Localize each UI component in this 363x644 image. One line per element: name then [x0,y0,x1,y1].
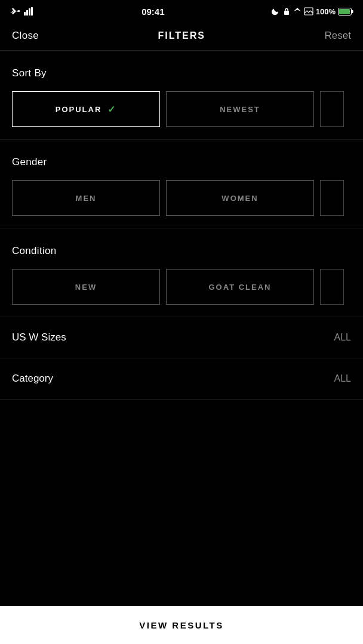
sort-popular-button[interactable]: POPULAR ✓ [12,91,160,127]
status-left [10,7,35,16]
sort-by-label: Sort By [12,67,351,79]
header-title: FILTERS [158,30,205,41]
condition-goat-clean-button[interactable]: GOAT CLEAN [166,269,314,305]
svg-rect-8 [339,9,350,14]
view-results-button[interactable]: VIEW RESULTS [0,606,363,644]
condition-more-partial [320,269,344,305]
category-section[interactable]: Category ALL [0,358,363,400]
sort-newest-label: NEWEST [220,105,260,114]
gender-more-partial [320,180,344,216]
status-bar: 09:41 100% [0,0,363,21]
battery-icon [338,8,353,16]
airplane-icon [10,7,20,16]
reset-button[interactable]: Reset [325,30,351,42]
condition-label: Condition [12,245,351,257]
condition-section: Condition NEW GOAT CLEAN [0,228,363,317]
gender-men-button[interactable]: MEN [12,180,160,216]
svg-rect-7 [352,10,353,13]
condition-options: NEW GOAT CLEAN [12,269,351,305]
svg-rect-3 [31,7,33,16]
condition-new-label: NEW [75,283,97,292]
svg-rect-0 [24,12,26,16]
gender-options: MEN WOMEN [12,180,351,216]
popular-check-icon: ✓ [107,104,116,115]
condition-new-button[interactable]: NEW [12,269,160,305]
filter-header: Close FILTERS Reset [0,21,363,51]
gender-section: Gender MEN WOMEN [0,140,363,228]
status-time: 09:41 [141,7,164,17]
view-results-wrapper: VIEW RESULTS [0,606,363,644]
battery-label: 100% [316,7,336,16]
lock-icon [282,7,291,16]
close-button[interactable]: Close [12,30,39,42]
location-icon [293,7,302,16]
category-label: Category [12,373,53,385]
us-sizes-section[interactable]: US W Sizes ALL [0,317,363,358]
svg-rect-2 [29,8,30,16]
gender-women-label: WOMEN [222,194,258,203]
signal-icon [24,7,35,16]
svg-rect-1 [26,10,28,16]
us-sizes-value: ALL [334,332,351,343]
gender-men-label: MEN [76,194,97,203]
sort-more-partial [320,91,344,127]
svg-rect-5 [304,8,313,15]
category-value: ALL [334,373,351,384]
sort-by-section: Sort By POPULAR ✓ NEWEST [0,51,363,140]
image-icon [304,7,313,16]
status-right: 100% [272,7,353,16]
gender-women-button[interactable]: WOMEN [166,180,314,216]
sort-by-options: POPULAR ✓ NEWEST [12,91,351,127]
svg-rect-4 [284,11,289,15]
sort-popular-label: POPULAR [56,105,102,114]
us-sizes-label: US W Sizes [12,332,66,343]
gender-label: Gender [12,156,351,168]
condition-goat-clean-label: GOAT CLEAN [209,283,272,292]
moon-icon [272,7,280,16]
sort-newest-button[interactable]: NEWEST [166,91,314,127]
